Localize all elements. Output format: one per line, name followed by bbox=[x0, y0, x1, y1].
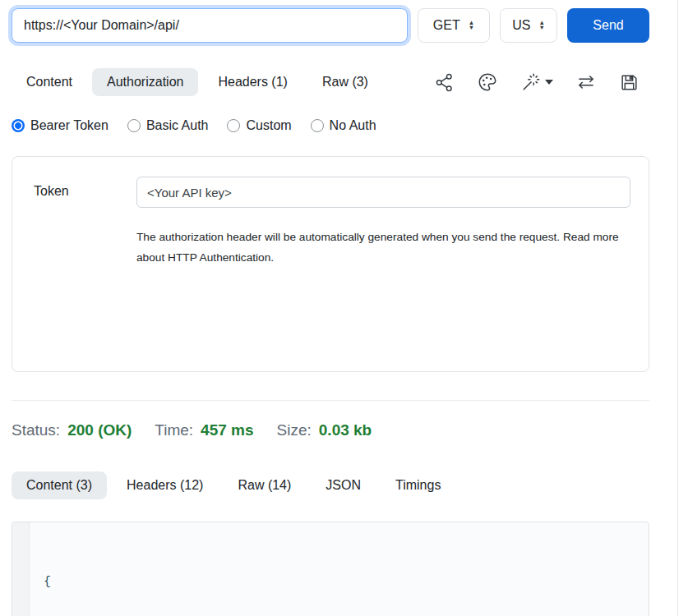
tab-response-raw[interactable]: Raw (14) bbox=[223, 471, 306, 499]
region-select[interactable]: US ▲▼ bbox=[500, 8, 557, 43]
size-value: 0.03 kb bbox=[319, 421, 372, 439]
tab-response-timings[interactable]: Timings bbox=[381, 471, 455, 499]
tab-content[interactable]: Content bbox=[12, 68, 87, 96]
token-input[interactable] bbox=[136, 177, 630, 208]
section-divider bbox=[12, 400, 649, 401]
radio-unselected-icon bbox=[227, 119, 240, 132]
response-json-code: { "message": "API running." } bbox=[30, 522, 258, 616]
request-toolbar bbox=[434, 71, 640, 93]
swap-arrows-icon[interactable] bbox=[575, 71, 597, 93]
radio-label: Basic Auth bbox=[146, 118, 209, 133]
radio-bearer-token[interactable]: Bearer Token bbox=[12, 118, 109, 133]
token-help-line2: about HTTP Authentication. bbox=[136, 247, 630, 268]
status-pair: Status: 200 (OK) bbox=[12, 421, 132, 439]
radio-label: No Auth bbox=[330, 118, 376, 133]
token-help-text: The authorization header will be automat… bbox=[136, 227, 630, 268]
share-icon[interactable] bbox=[434, 72, 455, 93]
radio-unselected-icon bbox=[311, 119, 324, 132]
time-label: Time: bbox=[155, 421, 193, 439]
tab-response-headers[interactable]: Headers (12) bbox=[112, 471, 218, 499]
tab-raw[interactable]: Raw (3) bbox=[307, 68, 383, 96]
method-select[interactable]: GET ▲▼ bbox=[418, 8, 490, 43]
token-panel: Token The authorization header will be a… bbox=[12, 156, 649, 372]
response-tabs-row: Content (3) Headers (12) Raw (14) JSON T… bbox=[12, 471, 649, 499]
method-select-value: GET bbox=[433, 18, 460, 33]
radio-unselected-icon bbox=[127, 119, 141, 132]
response-summary: Status: 200 (OK) Time: 457 ms Size: 0.03… bbox=[12, 421, 649, 439]
status-label: Status: bbox=[12, 421, 60, 439]
region-select-value: US bbox=[512, 18, 530, 33]
radio-selected-icon bbox=[12, 119, 25, 132]
auth-type-options: Bearer Token Basic Auth Custom No Auth bbox=[12, 118, 649, 133]
send-button[interactable]: Send bbox=[567, 8, 649, 43]
time-pair: Time: 457 ms bbox=[155, 421, 253, 439]
page-right-divider bbox=[677, 0, 678, 616]
url-input[interactable] bbox=[12, 8, 408, 43]
radio-no-auth[interactable]: No Auth bbox=[311, 118, 376, 133]
status-value: 200 (OK) bbox=[67, 421, 132, 439]
magic-wand-icon[interactable] bbox=[520, 71, 553, 93]
response-body-block: { "message": "API running." } bbox=[12, 522, 649, 616]
save-icon[interactable] bbox=[619, 72, 640, 93]
time-value: 457 ms bbox=[201, 421, 253, 439]
radio-basic-auth[interactable]: Basic Auth bbox=[127, 118, 209, 133]
request-tabs-row: Content Authorization Headers (1) Raw (3… bbox=[12, 68, 649, 96]
wand-dropdown-caret-icon bbox=[545, 80, 553, 85]
tab-authorization[interactable]: Authorization bbox=[92, 68, 198, 96]
api-tester-page: GET ▲▼ US ▲▼ Send Content Authorization … bbox=[12, 0, 649, 616]
palette-icon[interactable] bbox=[477, 71, 498, 93]
token-help-line1: The authorization header will be automat… bbox=[136, 227, 630, 247]
tab-response-content[interactable]: Content (3) bbox=[12, 471, 107, 499]
json-open-brace: { bbox=[44, 575, 51, 589]
token-label: Token bbox=[12, 177, 136, 371]
radio-label: Custom bbox=[246, 118, 291, 133]
code-gutter bbox=[12, 522, 30, 616]
request-bar: GET ▲▼ US ▲▼ Send bbox=[12, 8, 649, 43]
radio-custom[interactable]: Custom bbox=[227, 118, 291, 133]
tab-response-json[interactable]: JSON bbox=[311, 471, 376, 499]
tab-headers[interactable]: Headers (1) bbox=[203, 68, 302, 96]
radio-label: Bearer Token bbox=[30, 118, 109, 133]
size-pair: Size: 0.03 kb bbox=[277, 421, 372, 439]
size-label: Size: bbox=[277, 421, 312, 439]
select-spinner-icon: ▲▼ bbox=[469, 21, 474, 30]
select-spinner-icon: ▲▼ bbox=[538, 21, 544, 30]
